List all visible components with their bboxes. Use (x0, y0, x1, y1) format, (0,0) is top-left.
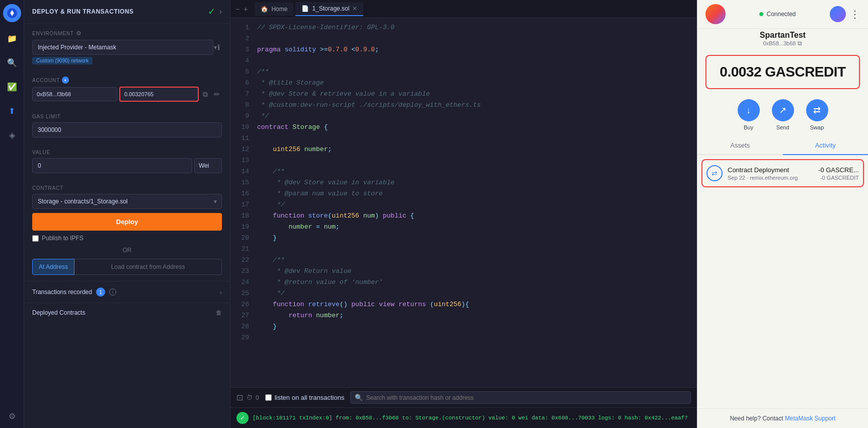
search-icon[interactable]: 🔍 (4, 54, 20, 70)
code-container: 1234567891011121314151617181920212223242… (230, 18, 697, 387)
tx-success-icon: ✓ (236, 412, 249, 424)
listen-row: listen on all transactions (265, 394, 345, 401)
tx-log-text: [block:181171 txIndex:0] from: 0xB58...f… (253, 415, 688, 421)
contract-section: CONTRACT Storage - contracts/1_Storage.s… (24, 179, 230, 281)
plugin-manager-icon[interactable]: ✅ (4, 79, 20, 95)
tx-search-input[interactable] (366, 394, 686, 401)
swap-button[interactable]: ⇄ Swap (806, 99, 828, 130)
search-icon: 🔍 (355, 394, 363, 401)
info-icon[interactable]: i (109, 289, 116, 296)
value-row: Wei Gwei Finney Ether (32, 158, 222, 173)
deploy-panel-title: DEPLOY & RUN TRANSACTIONS (32, 8, 134, 15)
buy-icon-circle: ↓ (738, 99, 760, 121)
chevron-right-icon: › (220, 289, 222, 296)
load-contract-button[interactable]: Load contract from Address (74, 259, 222, 275)
connected-label: Connected (766, 11, 796, 18)
activity-date-source: Sep 22 · remix.ethereum.org (728, 175, 798, 181)
transactions-recorded-row[interactable]: Transactions recorded 1 i › (24, 281, 230, 303)
environment-label: ENVIRONMENT ⚙ (32, 30, 222, 37)
value-input[interactable] (32, 158, 192, 173)
zoom-in-button[interactable]: + (243, 4, 249, 14)
file-icon: 📄 (301, 5, 309, 12)
zoom-out-button[interactable]: − (234, 4, 241, 14)
buy-button[interactable]: ↓ Buy (738, 99, 760, 130)
metamask-support-link[interactable]: MetaMask Support (785, 415, 836, 422)
account-address-input[interactable] (32, 87, 117, 101)
mm-actions: ↓ Buy ↗ Send ⇄ Swap (697, 93, 868, 136)
listen-label: listen on all transactions (275, 394, 345, 401)
unit-select[interactable]: Wei Gwei Finney Ether (194, 158, 222, 173)
tab-close-button[interactable]: ✕ (352, 5, 357, 12)
environment-info-button[interactable]: ℹ (215, 41, 222, 53)
check-icon: ✓ (208, 6, 215, 17)
transactions-label: Transactions recorded 1 i (32, 288, 116, 297)
bottom-icons: ⊡ ⏱ 0 (236, 393, 259, 402)
at-address-button[interactable]: At Address (32, 259, 74, 275)
tab-storage-sol[interactable]: 📄 1_Storage.sol ✕ (295, 2, 363, 16)
tab-storage-label: 1_Storage.sol (312, 5, 349, 12)
value-label: VALUE (32, 150, 222, 155)
activity-item-info: Contract Deployment -0 GASCRE... Sep 22 … (728, 166, 859, 181)
tx-log: ✓ [block:181171 txIndex:0] from: 0xB58..… (230, 407, 697, 428)
activity-title-row: Contract Deployment -0 GASCRE... (728, 166, 859, 174)
connected-dot (759, 12, 763, 16)
mm-account-address: 0xB58...3b68 ⧉ (705, 40, 860, 47)
deploy-icon[interactable]: ⬆ (4, 103, 20, 119)
account-section: ACCOUNT + ⧉ ✏ (24, 70, 230, 108)
environment-select[interactable]: Injected Provider - Metamask (32, 40, 213, 55)
trash-icon[interactable]: 🗑 (216, 309, 222, 316)
activity-item-contract-deployment[interactable]: ⇄ Contract Deployment -0 GASCRE... Sep 2… (701, 159, 864, 187)
gas-limit-input[interactable] (32, 122, 222, 137)
metamask-panel: Connected ⋮ SpartanTest 0xB58...3b68 ⧉ 0… (697, 0, 868, 428)
contract-select[interactable]: Storage - contracts/1_Storage.sol (32, 194, 222, 209)
code-editor[interactable]: // SPDX-License-Identifier: GPL-3.0 prag… (253, 18, 697, 387)
mm-header-right: ⋮ (830, 6, 860, 22)
publish-ipfs-checkbox[interactable] (32, 235, 39, 242)
mm-fox-logo (705, 4, 726, 24)
add-account-icon[interactable]: + (62, 77, 69, 84)
address-row: At Address Load contract from Address (32, 259, 222, 275)
deployed-contracts-row: Deployed Contracts 🗑 (24, 303, 230, 322)
line-numbers: 1234567891011121314151617181920212223242… (230, 18, 253, 387)
gas-limit-label: GAS LIMIT (32, 114, 222, 119)
account-label: ACCOUNT + (32, 77, 222, 84)
tab-home-label: Home (271, 6, 287, 13)
tab-activity[interactable]: Activity (783, 136, 869, 155)
settings-icon: ⚙ (76, 30, 82, 37)
git-icon[interactable]: ◈ (4, 127, 20, 143)
mm-account-section: SpartanTest 0xB58...3b68 ⧉ (697, 29, 868, 51)
mm-balance-box: 0.0032 GASCREDIT (705, 55, 860, 89)
deploy-button[interactable]: Deploy (32, 213, 222, 231)
value-section: VALUE Wei Gwei Finney Ether (24, 144, 230, 179)
send-button[interactable]: ↗ Send (772, 99, 794, 130)
transactions-badge: 1 (96, 288, 105, 297)
arrow-icon[interactable]: › (219, 7, 222, 16)
tab-assets[interactable]: Assets (697, 136, 783, 155)
tab-home[interactable]: 🏠 Home (255, 3, 293, 16)
editor-tabs: − + 🏠 Home 📄 1_Storage.sol ✕ (230, 0, 697, 18)
environment-select-wrapper: Injected Provider - Metamask ▼ ℹ (32, 40, 222, 55)
account-balance-input[interactable] (119, 87, 199, 102)
collapse-icon[interactable]: ⊡ (236, 393, 243, 402)
publish-ipfs-row: Publish to IPFS (32, 235, 222, 242)
mm-header: Connected ⋮ (697, 0, 868, 29)
mm-balance: 0.0032 GASCREDIT (715, 64, 851, 80)
copy-address-icon[interactable]: ⧉ (798, 40, 802, 47)
gas-limit-section: GAS LIMIT (24, 108, 230, 144)
activity-title: Contract Deployment (728, 166, 789, 174)
search-bar: 🔍 (350, 391, 691, 404)
mm-more-button[interactable]: ⋮ (850, 9, 860, 19)
mm-account-avatar[interactable] (830, 6, 846, 22)
swap-label: Swap (810, 124, 824, 130)
edit-address-button[interactable]: ✏ (212, 88, 222, 100)
mm-account-name: SpartanTest (705, 31, 860, 40)
deploy-panel: DEPLOY & RUN TRANSACTIONS ✓ › ENVIRONMEN… (24, 0, 230, 428)
settings-icon[interactable]: ⚙ (4, 408, 20, 424)
deployed-contracts-label: Deployed Contracts (32, 309, 85, 316)
copy-address-button[interactable]: ⧉ (201, 88, 210, 101)
listen-checkbox[interactable] (265, 394, 272, 401)
mm-help: Need help? Contact MetaMask Support (697, 408, 868, 428)
or-divider: OR (32, 247, 222, 254)
mm-tabs: Assets Activity (697, 136, 868, 155)
file-explorer-icon[interactable]: 📁 (4, 30, 20, 46)
